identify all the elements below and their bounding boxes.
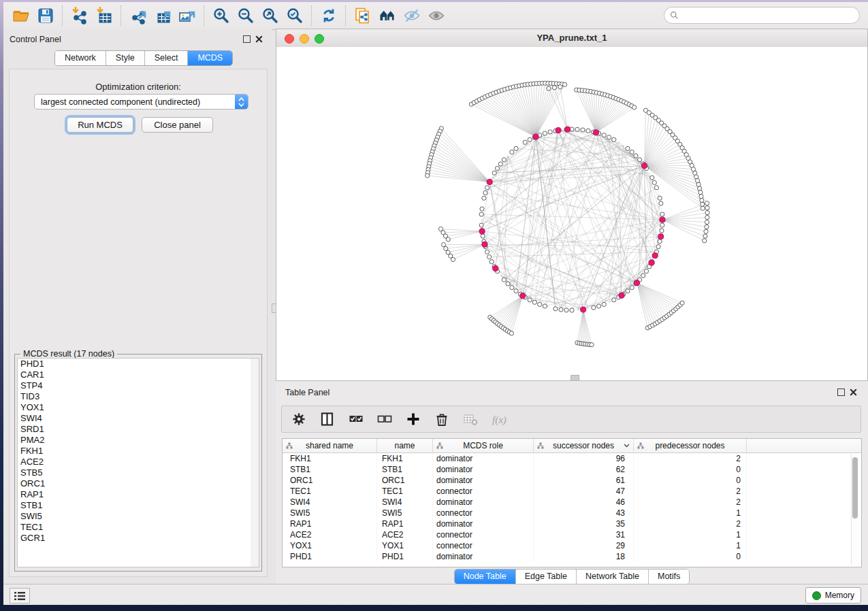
hide-selected-button[interactable]	[400, 5, 424, 27]
cell-predecessor-nodes[interactable]: 2	[634, 486, 747, 497]
import-network-button[interactable]	[67, 5, 92, 27]
table-row[interactable]: SWI4SWI4dominator462	[283, 497, 861, 508]
column-header-shared-name[interactable]: shared name	[283, 439, 377, 452]
mcds-result-item[interactable]: ACE2	[18, 457, 252, 467]
cell-predecessor-nodes[interactable]: 0	[634, 475, 747, 486]
mcds-result-item[interactable]: STP4	[18, 380, 252, 391]
float-table-panel-icon[interactable]	[837, 389, 845, 396]
cell-name[interactable]: SWI4	[377, 497, 433, 508]
cell-successor-nodes[interactable]: 18	[534, 551, 634, 562]
zoom-out-button[interactable]	[234, 5, 258, 27]
show-all-button[interactable]	[424, 5, 449, 27]
cell-shared-name[interactable]: RAP1	[283, 518, 377, 529]
cell-shared-name[interactable]: SWI5	[283, 508, 377, 518]
cell-predecessor-nodes[interactable]: 2	[634, 518, 747, 529]
cell-name[interactable]: YOX1	[377, 540, 433, 551]
tab-node-table[interactable]: Node Table	[455, 569, 516, 584]
settings-gear-button[interactable]	[289, 410, 309, 429]
zoom-in-button[interactable]	[209, 5, 234, 27]
column-header-successor-nodes[interactable]: successor nodes	[534, 439, 634, 452]
cell-shared-name[interactable]: ACE2	[283, 529, 377, 540]
zoom-selected-button[interactable]	[283, 5, 307, 27]
save-session-button[interactable]	[33, 5, 58, 27]
mcds-result-item[interactable]: PMA2	[18, 435, 252, 446]
table-row[interactable]: PHD1PHD1dominator180	[283, 551, 861, 562]
refresh-layout-button[interactable]	[317, 5, 341, 27]
table-scrollbar[interactable]	[851, 454, 859, 565]
mcds-result-item[interactable]: GCR1	[18, 533, 252, 544]
tab-network[interactable]: Network	[55, 51, 106, 65]
cell-name[interactable]: RAP1	[377, 518, 433, 529]
cell-name[interactable]: SWI5	[377, 508, 433, 518]
cell-successor-nodes[interactable]: 46	[534, 497, 634, 508]
network-titlebar[interactable]: YPA_prune.txt_1	[276, 29, 867, 48]
cell-shared-name[interactable]: FKH1	[283, 453, 377, 464]
cell-MCDS-role[interactable]: dominator	[433, 453, 534, 464]
tab-mcds[interactable]: MCDS	[188, 51, 232, 65]
cell-successor-nodes[interactable]: 61	[534, 475, 634, 486]
table-row[interactable]: STB1STB1dominator620	[283, 464, 861, 475]
table-row[interactable]: ACE2ACE2connector311	[283, 529, 861, 540]
tab-motifs[interactable]: Motifs	[649, 569, 689, 584]
mcds-result-item[interactable]: SRD1	[18, 424, 252, 435]
mcds-result-list[interactable]: PHD1CAR1STP4TID3YOX1SWI4SRD1PMA2FKH1ACE2…	[17, 358, 253, 567]
duplicate-network-button[interactable]	[351, 5, 375, 27]
cell-MCDS-role[interactable]: dominator	[433, 464, 534, 475]
tab-edge-table[interactable]: Edge Table	[516, 569, 577, 584]
cell-successor-nodes[interactable]: 47	[534, 486, 634, 497]
optimization-criterion-select[interactable]: largest connected component (undirected)	[34, 94, 248, 110]
export-image-button[interactable]	[175, 5, 199, 27]
network-canvas[interactable]	[276, 47, 867, 380]
column-header-predecessor-nodes[interactable]: predecessor nodes	[634, 439, 747, 452]
delete-trash-button[interactable]	[432, 410, 452, 429]
mcds-result-item[interactable]: STB5	[18, 467, 252, 478]
close-panel-icon[interactable]	[255, 35, 263, 43]
cell-MCDS-role[interactable]: dominator	[433, 475, 534, 486]
cell-MCDS-role[interactable]: connector	[433, 486, 534, 497]
table-row[interactable]: FKH1FKH1dominator962	[283, 453, 861, 464]
mcds-result-item[interactable]: ORC1	[18, 478, 252, 489]
zoom-fit-button[interactable]	[258, 5, 283, 27]
cell-predecessor-nodes[interactable]: 1	[634, 540, 747, 551]
cell-MCDS-role[interactable]: dominator	[433, 497, 534, 508]
task-history-button[interactable]	[10, 588, 30, 604]
tab-select[interactable]: Select	[145, 51, 189, 65]
import-table-button[interactable]	[92, 5, 116, 27]
table-row[interactable]: YOX1YOX1connector291	[283, 540, 861, 551]
table-scrollbar-thumb[interactable]	[852, 457, 858, 518]
cell-successor-nodes[interactable]: 62	[534, 464, 634, 475]
close-panel-button[interactable]: Close panel	[142, 117, 213, 133]
cell-successor-nodes[interactable]: 31	[534, 529, 634, 540]
table-row[interactable]: ORC1ORC1dominator610	[283, 475, 861, 486]
cell-predecessor-nodes[interactable]: 1	[634, 529, 747, 540]
column-header-MCDS-role[interactable]: MCDS role	[433, 439, 534, 452]
cell-predecessor-nodes[interactable]: 2	[634, 453, 747, 464]
cell-shared-name[interactable]: SWI4	[283, 497, 377, 508]
mcds-result-item[interactable]: YOX1	[18, 402, 252, 413]
add-column-plus-button[interactable]	[403, 410, 423, 429]
cell-MCDS-role[interactable]: connector	[433, 540, 534, 551]
mcds-result-item[interactable]: SWI4	[18, 413, 252, 424]
cell-shared-name[interactable]: PHD1	[283, 551, 377, 562]
cell-predecessor-nodes[interactable]: 0	[634, 551, 747, 562]
table-row[interactable]: TEC1TEC1connector472	[283, 486, 861, 497]
mcds-result-item[interactable]: FKH1	[18, 446, 252, 457]
search-field[interactable]	[664, 7, 860, 24]
mcds-result-item[interactable]: SWI5	[18, 511, 252, 522]
cell-shared-name[interactable]: ORC1	[283, 475, 377, 486]
cell-successor-nodes[interactable]: 96	[534, 453, 634, 464]
cell-name[interactable]: FKH1	[377, 453, 433, 464]
table-row[interactable]: SWI5SWI5connector431	[283, 508, 861, 518]
cell-predecessor-nodes[interactable]: 2	[634, 497, 747, 508]
close-table-panel-icon[interactable]	[850, 389, 857, 396]
select-all-checks-button[interactable]	[346, 410, 366, 429]
cell-shared-name[interactable]: STB1	[283, 464, 377, 475]
mcds-result-item[interactable]: PHD1	[18, 359, 252, 369]
cell-name[interactable]: ACE2	[377, 529, 433, 540]
cell-MCDS-role[interactable]: connector	[433, 529, 534, 540]
network-resize-grip[interactable]	[570, 375, 579, 381]
export-network-button[interactable]	[126, 5, 150, 27]
search-input[interactable]	[682, 10, 854, 21]
cell-shared-name[interactable]: YOX1	[283, 540, 377, 551]
cell-name[interactable]: ORC1	[377, 475, 433, 486]
